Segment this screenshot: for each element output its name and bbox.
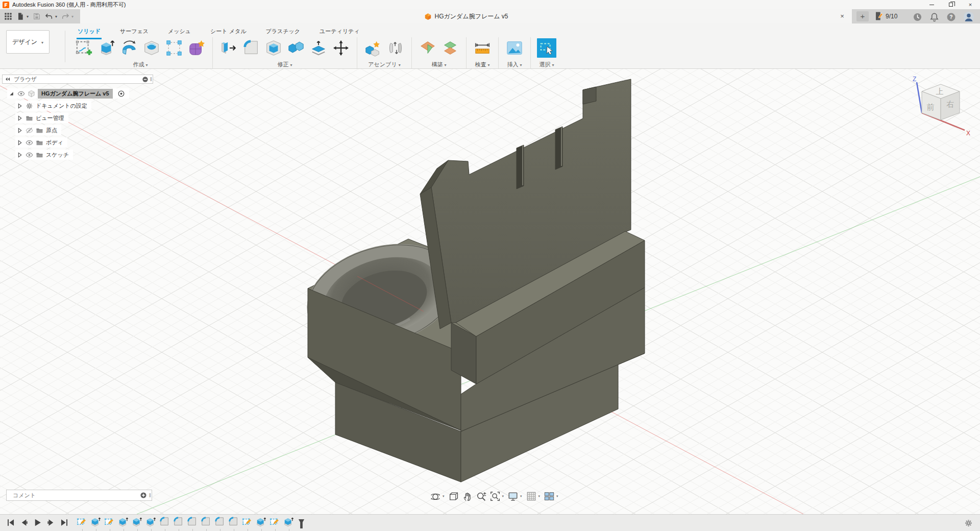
comment-grip[interactable]: ‖ (149, 493, 151, 498)
press-pull-tool[interactable] (219, 38, 238, 58)
browser-item-原点[interactable]: 原点 (15, 125, 61, 135)
browser-item-ビュー管理[interactable]: ビュー管理 (15, 113, 68, 123)
orbit-nav-icon[interactable] (430, 491, 441, 502)
hole-tool[interactable] (142, 38, 161, 58)
timeline-feature-fillet-7[interactable] (159, 517, 170, 528)
new-component-tool[interactable] (363, 38, 383, 58)
browser-panel-header[interactable]: ブラウザ ‖ (2, 75, 153, 84)
file-menu-icon[interactable] (15, 11, 26, 21)
timeline-feature-fillet-12[interactable] (228, 517, 239, 528)
minimize-panel-icon[interactable] (142, 76, 149, 83)
display-nav-caret[interactable]: ▾ (520, 494, 522, 498)
viewcube-right-face[interactable]: 右 (946, 100, 954, 108)
timeline-feature-sketch-15[interactable] (270, 517, 281, 528)
extrude-tool[interactable] (97, 38, 116, 58)
display-nav-icon[interactable] (507, 491, 519, 502)
fillet-tool[interactable] (241, 38, 261, 58)
browser-item-ボディ[interactable]: ボディ (15, 137, 67, 148)
group-label-構築[interactable]: 構築 (418, 61, 460, 68)
viewports-nav-caret[interactable]: ▾ (556, 494, 558, 498)
redo-icon[interactable] (60, 11, 70, 21)
group-label-挿入[interactable]: 挿入 (505, 61, 524, 68)
play-button[interactable] (33, 518, 42, 527)
shell-tool[interactable] (264, 38, 283, 58)
new-tab-button[interactable]: + (856, 11, 869, 21)
skip-end-button[interactable] (59, 518, 69, 527)
tab-close-icon[interactable]: × (838, 12, 847, 21)
timeline-feature-sketch-3[interactable] (104, 517, 115, 528)
look-at-nav-icon[interactable] (448, 491, 459, 502)
minimize-button[interactable] (922, 0, 941, 9)
fit-nav-caret[interactable]: ▾ (502, 494, 504, 498)
step-forward-button[interactable] (46, 518, 56, 527)
workspace-selector[interactable]: デザイン (6, 30, 50, 54)
pattern-tool[interactable] (164, 38, 184, 58)
user-avatar[interactable] (963, 11, 974, 22)
eye-icon[interactable] (26, 139, 33, 147)
timeline-feature-fillet-9[interactable] (187, 517, 198, 528)
joint-tool[interactable] (386, 38, 405, 58)
browser-item-HGガンダム腕フレーム v5[interactable]: HGガンダム腕フレーム v5 (7, 88, 129, 99)
group-label-作成[interactable]: 作成 (75, 61, 206, 68)
viewcube-front-face[interactable]: 前 (927, 103, 935, 111)
pan-nav-icon[interactable] (462, 491, 473, 502)
add-comment-icon[interactable] (140, 492, 147, 499)
viewcube-top-face[interactable]: 上 (936, 87, 944, 95)
offset-tool[interactable] (309, 38, 328, 58)
comment-bar[interactable]: コメント ‖ (6, 490, 152, 501)
timeline-feature-extrude-2[interactable] (90, 517, 102, 528)
viewports-nav-icon[interactable] (544, 491, 555, 502)
timeline-feature-fillet-8[interactable] (173, 517, 184, 528)
revolve-tool[interactable] (119, 38, 139, 58)
notifications-bell-icon[interactable] (929, 12, 939, 22)
move-tool[interactable] (331, 38, 351, 58)
collapse-arrow-icon[interactable] (8, 90, 15, 97)
document-tab[interactable]: HGガンダム腕フレーム v5 × (80, 9, 852, 23)
expand-arrow-icon[interactable] (16, 152, 23, 158)
timeline-feature-extrude-6[interactable] (145, 517, 157, 528)
orbit-nav-caret[interactable]: ▾ (443, 494, 445, 498)
save-icon[interactable] (32, 11, 42, 21)
eye-icon[interactable] (17, 90, 25, 98)
job-status-clock-icon[interactable] (913, 12, 922, 22)
undo-icon[interactable] (44, 11, 54, 21)
insert-image-tool[interactable] (505, 38, 524, 58)
group-label-修正[interactable]: 修正 (219, 61, 351, 68)
file-menu-caret[interactable]: ▾ (27, 14, 29, 19)
undo-caret[interactable]: ▾ (55, 14, 57, 19)
view-cube[interactable]: Z X 上 前 右 (908, 73, 974, 139)
browser-item-スケッチ[interactable]: スケッチ (15, 150, 73, 160)
eye-icon[interactable] (26, 151, 33, 159)
help-icon[interactable]: ? (946, 12, 956, 22)
timeline-feature-extrude-16[interactable] (283, 517, 295, 528)
3d-scene[interactable] (0, 69, 980, 514)
measure-tool[interactable] (473, 38, 492, 58)
group-label-検査[interactable]: 検査 (473, 61, 492, 68)
redo-caret[interactable]: ▾ (71, 14, 74, 19)
construction-plane-tool[interactable] (418, 38, 437, 58)
app-grid-menu-icon[interactable] (3, 11, 13, 21)
grid-nav-caret[interactable]: ▾ (538, 494, 541, 498)
timeline-feature-extrude-14[interactable] (256, 517, 267, 528)
timeline-feature-fillet-10[interactable] (201, 517, 212, 528)
combine-tool[interactable] (286, 38, 306, 58)
select-tool[interactable] (537, 38, 556, 58)
timeline-feature-sketch-13[interactable] (242, 517, 253, 528)
zoom-nav-icon[interactable] (476, 491, 487, 502)
grid-nav-icon[interactable] (526, 491, 537, 502)
skip-start-button[interactable] (6, 518, 16, 527)
close-button[interactable]: × (961, 0, 980, 9)
timeline-feature-fillet-11[interactable] (214, 517, 226, 528)
target-icon[interactable] (117, 90, 125, 98)
fit-nav-icon[interactable] (489, 491, 501, 502)
collapse-panel-icon[interactable] (5, 76, 11, 82)
expand-arrow-icon[interactable] (16, 127, 23, 134)
group-label-アセンブリ[interactable]: アセンブリ (363, 61, 405, 68)
timeline-feature-sketch-1[interactable] (77, 517, 88, 528)
browser-item-ドキュメントの設定[interactable]: ドキュメントの設定 (15, 101, 91, 111)
offset-plane-tool[interactable] (440, 38, 460, 58)
timeline-settings-gear-icon[interactable] (964, 519, 973, 527)
free-edits-badge[interactable]: 9/10 (874, 11, 897, 21)
step-back-button[interactable] (19, 518, 29, 527)
eye-off-icon[interactable] (26, 127, 33, 134)
